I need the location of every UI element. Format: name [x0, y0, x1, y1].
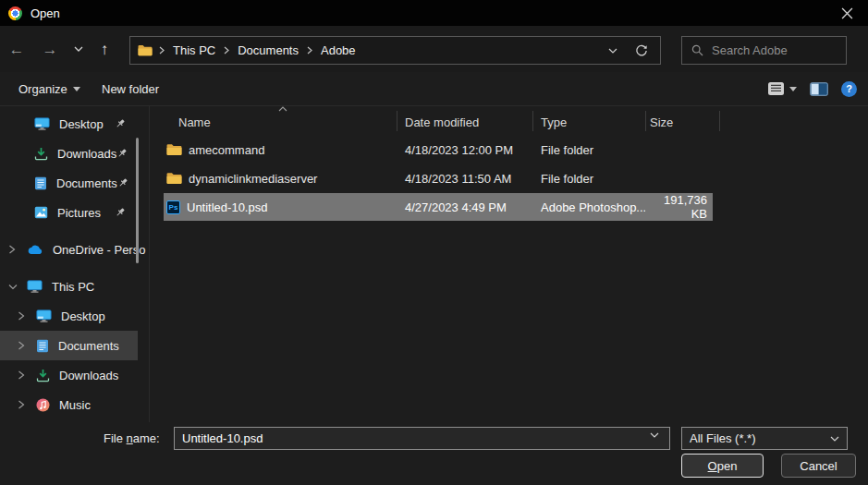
help-icon: ?: [846, 83, 852, 94]
file-name-dropdown-icon[interactable]: [650, 432, 659, 438]
chevron-right-icon: [8, 245, 19, 254]
file-name-input[interactable]: [174, 427, 670, 450]
file-date-modified: 4/18/2023 11:50 AM: [397, 172, 532, 186]
title-bar: Open: [0, 0, 868, 26]
sidebar-item-documents-pinned[interactable]: Documents: [0, 168, 148, 198]
search-input[interactable]: Search Adobe: [681, 36, 847, 65]
close-button[interactable]: [832, 2, 862, 24]
desktop-icon: [34, 117, 50, 130]
pin-icon: [117, 177, 128, 188]
column-separator[interactable]: [397, 111, 397, 131]
organize-menu-button[interactable]: Organize: [18, 72, 80, 105]
file-row-amecommand[interactable]: amecommand 4/18/2023 12:00 PM File folde…: [164, 136, 713, 164]
file-row-untitled-10-psd-selected[interactable]: Ps Untitled-10.psd 4/27/2023 4:49 PM Ado…: [164, 193, 713, 221]
file-name: amecommand: [189, 143, 264, 157]
file-type-value: All Files (*.*): [690, 431, 756, 445]
preview-pane-button[interactable]: [810, 82, 828, 96]
breadcrumb-segment-documents[interactable]: Documents: [236, 43, 300, 57]
photoshop-file-icon: Ps: [166, 200, 180, 214]
help-button[interactable]: ?: [841, 81, 857, 97]
folder-icon: [166, 143, 182, 156]
cancel-button-label: Cancel: [800, 459, 837, 473]
column-header-date-modified[interactable]: Date modified: [405, 106, 479, 133]
search-placeholder: Search Adobe: [712, 43, 788, 57]
file-type-select[interactable]: All Files (*.*): [681, 427, 848, 450]
sidebar-item-label: Desktop: [61, 309, 105, 323]
search-icon: [691, 44, 703, 56]
recent-locations-button[interactable]: [67, 37, 91, 61]
onedrive-icon: [27, 244, 43, 255]
address-dropdown-button[interactable]: [602, 40, 624, 62]
open-button[interactable]: Open: [681, 454, 764, 478]
sidebar-item-desktop[interactable]: Desktop: [0, 301, 148, 331]
desktop-icon: [36, 309, 52, 322]
cancel-button[interactable]: Cancel: [781, 454, 856, 478]
sidebar-item-label: Downloads: [57, 147, 116, 161]
breadcrumb-chevron-icon: [159, 46, 165, 55]
toolbar-right-group: ?: [767, 72, 857, 105]
navigation-sidebar: Desktop Downloads Documents Pictures: [0, 106, 148, 422]
file-rows: amecommand 4/18/2023 12:00 PM File folde…: [164, 136, 713, 221]
back-icon: ←: [9, 42, 25, 57]
sidebar-item-label: Downloads: [59, 369, 118, 382]
sidebar-scrollbar[interactable]: [136, 138, 139, 263]
file-type: File folder: [532, 143, 645, 157]
sidebar-item-downloads[interactable]: Downloads: [0, 360, 148, 390]
dialog-footer: File name: All Files (*.*) Open Cancel: [0, 422, 868, 485]
new-folder-button[interactable]: New folder: [102, 72, 159, 105]
column-header-type[interactable]: Type: [541, 106, 567, 133]
sidebar-item-downloads-pinned[interactable]: Downloads: [0, 139, 148, 168]
chrome-logo-icon: [8, 6, 22, 20]
file-type: File folder: [532, 172, 645, 186]
back-button[interactable]: ←: [5, 37, 29, 61]
file-name-label-post: ame:: [133, 431, 160, 445]
up-icon: ↑: [101, 42, 109, 57]
sidebar-item-this-pc[interactable]: This PC: [0, 272, 148, 301]
breadcrumb-segment-this-pc[interactable]: This PC: [171, 43, 217, 57]
sidebar-item-onedrive[interactable]: OneDrive - Perso: [0, 235, 148, 264]
caret-down-icon: [73, 87, 80, 91]
breadcrumb-chevron-icon: [224, 46, 229, 55]
file-name: dynamiclinkmediaserver: [189, 172, 317, 186]
chevron-down-icon: [830, 436, 839, 442]
caret-down-icon: [789, 87, 797, 91]
command-toolbar: Organize New folder ?: [0, 72, 868, 106]
documents-icon: [34, 176, 47, 190]
this-pc-icon: [27, 280, 43, 293]
forward-button[interactable]: →: [38, 37, 62, 61]
column-separator[interactable]: [719, 111, 720, 131]
forward-icon: →: [43, 42, 58, 57]
breadcrumb-segment-adobe[interactable]: Adobe: [319, 43, 358, 57]
up-button[interactable]: ↑: [92, 37, 116, 61]
sidebar-group-gap: [0, 264, 148, 272]
file-name-label-pre: File: [104, 431, 127, 445]
breadcrumb[interactable]: This PC Documents Adobe: [129, 36, 661, 65]
sidebar-item-documents-selected[interactable]: Documents: [0, 331, 138, 360]
file-row-dynamiclinkmediaserver[interactable]: dynamiclinkmediaserver 4/18/2023 11:50 A…: [164, 164, 713, 192]
column-separator[interactable]: [532, 111, 533, 131]
chevron-right-icon: [18, 370, 29, 380]
sidebar-item-pictures-pinned[interactable]: Pictures: [0, 198, 148, 227]
sidebar-item-music[interactable]: Music: [0, 390, 148, 419]
sort-ascending-icon: [278, 106, 287, 112]
change-view-button[interactable]: [767, 81, 797, 96]
breadcrumb-chevron-icon: [307, 46, 312, 55]
column-header-name[interactable]: Name: [178, 106, 211, 133]
column-separator[interactable]: [645, 111, 646, 131]
preview-pane-icon: [810, 82, 828, 96]
file-type: Adobe Photoshop...: [532, 200, 645, 214]
organize-label: Organize: [18, 82, 67, 96]
sidebar-item-desktop-pinned[interactable]: Desktop: [0, 109, 148, 139]
file-size: 191,736 KB: [645, 193, 713, 221]
pin-icon: [115, 207, 126, 218]
chevron-down-icon: [74, 46, 83, 52]
column-header-size[interactable]: Size: [650, 106, 673, 133]
refresh-icon: [635, 44, 648, 57]
sidebar-item-label: Desktop: [59, 117, 104, 131]
refresh-button[interactable]: [630, 40, 653, 62]
pin-icon: [116, 148, 128, 159]
navigation-bar: ← → ↑ This PC Documents Adobe: [0, 26, 868, 72]
pin-icon: [115, 118, 126, 129]
file-name: Untitled-10.psd: [187, 200, 267, 214]
sidebar-item-label: Documents: [58, 339, 119, 353]
